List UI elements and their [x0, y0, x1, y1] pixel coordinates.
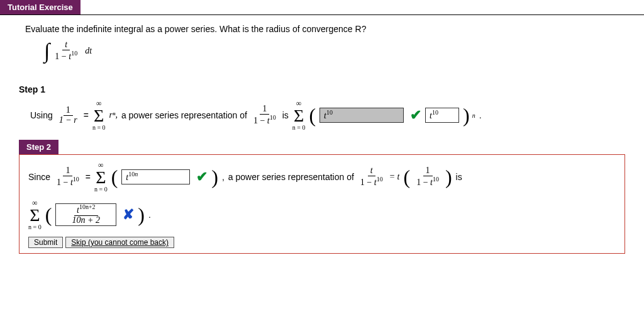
close-paren-icon: ): [463, 104, 470, 127]
step1-frac2-den: 1 − t10: [251, 115, 279, 125]
step1-frac2-den-pre: 1 −: [253, 116, 267, 125]
integrand-dt: dt: [85, 46, 92, 56]
step2-paren-den-exp: 10: [433, 176, 439, 183]
integral-sign-icon: ∫: [44, 39, 50, 63]
step2-mid: a power series representation of: [228, 172, 354, 182]
skip-button[interactable]: Skip (you cannot come back): [65, 237, 174, 248]
check-icon: ✔: [410, 107, 421, 123]
step2-frac2-den-exp: 10: [377, 176, 383, 183]
step2-frac1-den-exp: 10: [73, 176, 79, 183]
step2-frac1-num: 1: [63, 166, 72, 176]
open-paren-icon: (: [309, 104, 316, 127]
sigma-bot: n = 0: [92, 125, 106, 131]
sigma-bot: n = 0: [28, 224, 42, 230]
tutorial-header-row: Tutorial Exercise: [0, 0, 644, 15]
sigma-icon: ∞ Σ n = 0: [292, 99, 306, 131]
step2-label: Step 2: [19, 140, 58, 154]
step2-paren-num: 1: [423, 166, 433, 176]
step2-buttons: Submit Skip (you cannot come back): [28, 237, 616, 248]
sigma-icon: ∞ Σ n = 0: [28, 199, 42, 230]
step1-frac2-num: 1: [260, 105, 269, 115]
step2-is: is: [456, 172, 462, 182]
close-paren-icon: ): [138, 203, 145, 227]
step1-answer-t10-long[interactable]: t10: [319, 108, 404, 123]
step1-lhs-den: 1 − r: [57, 116, 80, 125]
step2-answer-t10n[interactable]: t10n: [121, 169, 190, 185]
step2-frac2-num: t: [368, 166, 375, 176]
step2-answer-wrong-exp: 10n+2: [79, 203, 96, 210]
step2-paren-den-pre: 1 −: [416, 178, 430, 187]
check-icon: ✔: [196, 169, 208, 185]
step1-label: Step 1: [19, 84, 644, 94]
step1-lhs-num: 1: [64, 106, 73, 116]
integral-expression: ∫ t 1 − t10 dt: [44, 39, 92, 63]
step1-row: Using 1 1 − r = ∞ Σ n = 0 rⁿ, a power se…: [30, 99, 644, 131]
step2-paren-frac: 1 1 − t10: [414, 166, 441, 187]
sigma-bot: n = 0: [292, 125, 306, 131]
step1-tail-exp: n: [472, 112, 475, 119]
integrand-num: t: [62, 40, 70, 50]
step2-frac1-den: 1 − t10: [54, 176, 82, 187]
step1-eq: =: [84, 110, 89, 120]
step1-frac2: 1 1 − t10: [251, 105, 279, 125]
step2-row1: Since 1 1 − t10 = ∞ Σ n = 0 ( t10n ✔ ), …: [28, 161, 616, 193]
step2-answer-wrong-den: 10n + 2: [70, 216, 103, 225]
step2-frac2-den: 1 − t10: [358, 176, 386, 187]
step2-header-row: Step 2: [0, 140, 644, 154]
step1-using: Using: [30, 110, 53, 120]
step1-period: .: [479, 110, 482, 120]
sigma-icon: ∞ Σ n = 0: [94, 161, 108, 193]
integrand-den-pre: 1 −: [55, 52, 69, 61]
step1-answer-t10-short[interactable]: t10: [425, 108, 459, 123]
integrand-den-exp: 10: [71, 50, 77, 57]
tutorial-content: Evaluate the indefinite integral as a po…: [0, 15, 644, 73]
step1-mid: a power series representation of: [121, 110, 247, 120]
step2-period: .: [148, 210, 151, 220]
step2-frame: Since 1 1 − t10 = ∞ Σ n = 0 ( t10n ✔ ), …: [19, 154, 625, 254]
step2-frac1-den-pre: 1 −: [57, 178, 70, 187]
step2-row2: ∞ Σ n = 0 ( t10n+2 10n + 2 ✘ ).: [28, 199, 616, 230]
page: Tutorial Exercise Evaluate the indefinit…: [0, 0, 644, 254]
step2-eq: =: [86, 172, 91, 182]
open-paren-icon: (: [404, 166, 411, 189]
integrand-den: 1 − t10: [52, 50, 80, 61]
step2-since: Since: [28, 172, 50, 182]
sigma-bot: n = 0: [94, 186, 108, 193]
tutorial-header: Tutorial Exercise: [0, 0, 80, 14]
step1-rn: rⁿ,: [109, 110, 118, 120]
step2-answer-wrong[interactable]: t10n+2 10n + 2: [55, 203, 116, 225]
step1-is: is: [282, 110, 289, 120]
submit-button[interactable]: Submit: [28, 237, 63, 248]
step2-frac2-den-pre: 1 −: [360, 178, 374, 187]
step2-frac2: t 1 − t10: [358, 166, 386, 187]
close-paren-icon: ): [445, 166, 452, 189]
step2-paren-den: 1 − t10: [414, 176, 441, 187]
prompt-text: Evaluate the indefinite integral as a po…: [25, 24, 644, 34]
close-paren-icon: ): [211, 166, 218, 189]
open-paren-icon: (: [45, 203, 52, 227]
step2-frac1: 1 1 − t10: [54, 166, 82, 187]
step1-frac2-den-exp: 10: [270, 114, 276, 121]
open-paren-icon: (: [111, 166, 118, 189]
cross-icon: ✘: [123, 207, 134, 223]
integrand-fraction: t 1 − t10: [52, 40, 80, 61]
sigma-icon: ∞ Σ n = 0: [92, 99, 106, 131]
step2-eq2: = t: [389, 172, 400, 182]
step1-lhs-frac: 1 1 − r: [57, 106, 80, 125]
